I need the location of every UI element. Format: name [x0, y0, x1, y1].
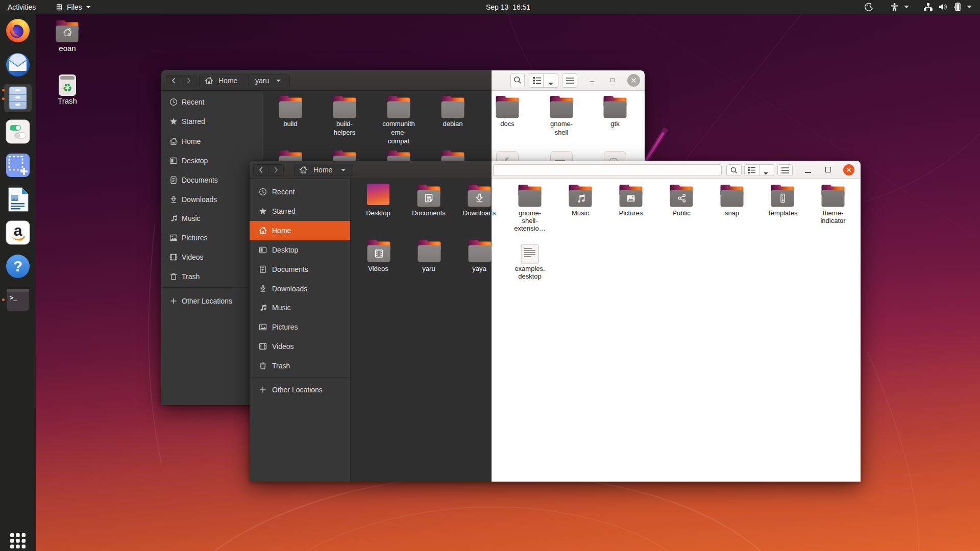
svg-text:a: a [14, 222, 22, 239]
svg-text:?: ? [13, 258, 22, 274]
svg-text:♻: ♻ [62, 82, 72, 94]
svg-text:>_: >_ [10, 295, 17, 302]
